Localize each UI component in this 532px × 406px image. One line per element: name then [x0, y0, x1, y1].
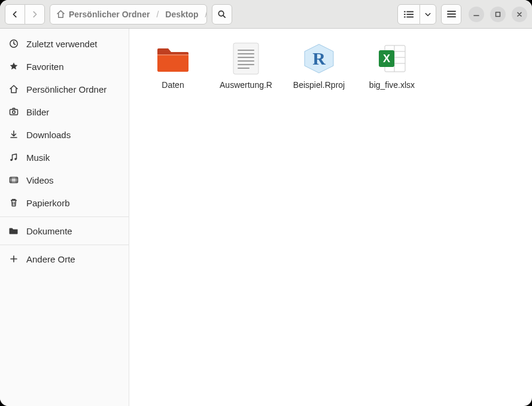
file-item-rproj[interactable]: R Beispiel.Rproj	[284, 39, 354, 105]
svg-rect-17	[157, 54, 189, 56]
svg-text:X: X	[383, 53, 390, 65]
sidebar-item-music[interactable]: Musik	[0, 146, 129, 169]
sidebar-item-other-places[interactable]: Andere Orte	[0, 248, 129, 270]
sidebar-item-label: Bilder	[26, 107, 49, 117]
nav-buttons	[5, 4, 45, 25]
file-label: Daten	[162, 80, 184, 90]
hamburger-icon	[447, 10, 456, 18]
back-button[interactable]	[5, 4, 25, 25]
file-manager-window: Persönlicher Ordner / Desktop / Beispiel	[0, 0, 532, 406]
file-item-text[interactable]: Auswertung.R	[211, 39, 281, 105]
maximize-icon	[495, 11, 501, 17]
breadcrumb-sep: /	[205, 10, 207, 19]
search-icon	[217, 10, 226, 19]
sidebar-item-label: Dokumente	[26, 226, 72, 236]
star-icon	[8, 62, 19, 71]
home-icon	[56, 10, 65, 19]
sidebar-item-favorites[interactable]: Favoriten	[0, 55, 129, 78]
breadcrumb: Persönlicher Ordner / Desktop / Beispiel	[50, 4, 207, 25]
close-icon	[516, 11, 522, 17]
sidebar-item-label: Videos	[26, 175, 54, 185]
minimize-button[interactable]	[469, 7, 484, 22]
svg-rect-7	[406, 14, 414, 15]
minimize-icon	[473, 11, 479, 17]
svg-point-15	[14, 158, 17, 160]
window-controls	[469, 7, 527, 22]
sidebar-item-home[interactable]: Persönlicher Ordner	[0, 78, 129, 100]
sidebar-item-recent[interactable]: Zuletzt verwendet	[0, 32, 129, 55]
svg-text:R: R	[312, 48, 326, 68]
sidebar-item-pictures[interactable]: Bilder	[0, 100, 129, 123]
forward-button[interactable]	[25, 4, 45, 25]
sidebar-item-videos[interactable]: Videos	[0, 169, 129, 191]
folder-icon	[156, 42, 190, 75]
view-options-button[interactable]	[419, 4, 436, 25]
svg-rect-16	[10, 178, 18, 183]
hamburger-menu-button[interactable]	[441, 4, 461, 25]
sidebar-item-label: Persönlicher Ordner	[26, 84, 107, 94]
download-icon	[8, 130, 19, 139]
sidebar-item-trash[interactable]: Papierkorb	[0, 191, 129, 214]
svg-point-13	[13, 111, 16, 114]
svg-rect-5	[406, 11, 414, 12]
folder-icon	[8, 226, 19, 236]
svg-rect-10	[496, 12, 500, 16]
sidebar-separator	[0, 245, 129, 245]
sidebar-item-label: Favoriten	[26, 62, 64, 72]
rproj-icon: R	[302, 42, 336, 75]
file-label: Beispiel.Rproj	[293, 80, 345, 90]
svg-point-3	[218, 11, 223, 16]
sidebar-item-label: Musik	[26, 152, 50, 163]
file-item-folder[interactable]: Daten	[138, 39, 208, 105]
clock-icon	[8, 39, 19, 48]
view-list-button[interactable]	[397, 4, 420, 25]
breadcrumb-seg-home[interactable]: Persönlicher Ordner	[50, 5, 156, 24]
plus-icon	[8, 254, 19, 264]
close-button[interactable]	[512, 7, 527, 22]
sidebar-item-documents[interactable]: Dokumente	[0, 219, 129, 242]
sidebar-item-label: Andere Orte	[26, 254, 75, 264]
maximize-button[interactable]	[490, 7, 506, 22]
sidebar-item-label: Zuletzt verwendet	[26, 39, 97, 49]
breadcrumb-seg-label: Desktop	[165, 10, 198, 19]
file-label: big_five.xlsx	[369, 80, 415, 90]
video-icon	[8, 175, 19, 185]
chevron-right-icon	[31, 10, 39, 19]
svg-rect-18	[233, 43, 259, 74]
svg-point-14	[10, 159, 13, 161]
camera-icon	[8, 107, 19, 117]
sidebar-item-downloads[interactable]: Downloads	[0, 123, 129, 146]
chevron-left-icon	[11, 10, 19, 19]
file-label: Auswertung.R	[220, 80, 272, 90]
chevron-down-icon	[424, 11, 431, 18]
headerbar: Persönlicher Ordner / Desktop / Beispiel	[0, 0, 532, 29]
svg-rect-12	[10, 109, 18, 115]
excel-icon: X	[375, 42, 409, 75]
list-icon	[404, 10, 414, 19]
svg-rect-4	[404, 11, 406, 12]
breadcrumb-seg-desktop[interactable]: Desktop	[159, 5, 204, 24]
body: Zuletzt verwendet Favoriten Persönlicher…	[0, 29, 532, 406]
sidebar-separator	[0, 216, 129, 217]
sidebar: Zuletzt verwendet Favoriten Persönlicher…	[0, 29, 129, 406]
trash-icon	[8, 198, 19, 207]
text-file-icon	[229, 42, 263, 75]
svg-rect-6	[404, 14, 406, 15]
svg-rect-9	[406, 16, 414, 17]
home-icon	[8, 84, 19, 94]
file-item-xlsx[interactable]: X big_five.xlsx	[357, 39, 427, 105]
view-controls	[397, 4, 436, 25]
search-button[interactable]	[212, 4, 232, 25]
svg-rect-8	[404, 16, 406, 17]
sidebar-item-label: Downloads	[26, 130, 71, 140]
breadcrumb-seg-label: Persönlicher Ordner	[69, 10, 150, 19]
file-pane[interactable]: Daten Auswertung.R	[129, 29, 532, 406]
sidebar-item-label: Papierkorb	[26, 198, 70, 208]
music-icon	[8, 152, 19, 162]
icon-grid: Daten Auswertung.R	[138, 39, 524, 105]
